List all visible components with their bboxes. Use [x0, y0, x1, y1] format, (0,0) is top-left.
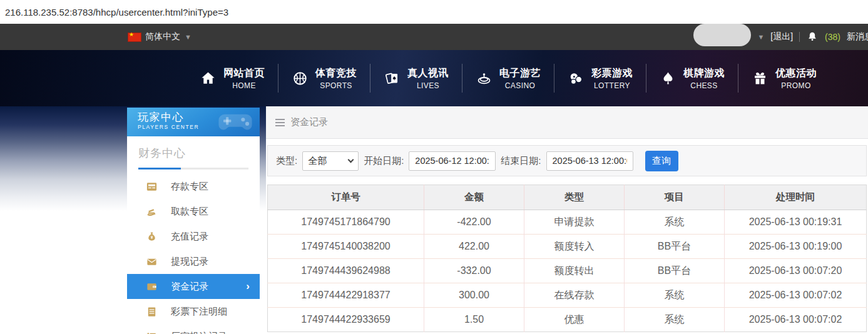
- main-nav: 网站首页HOME 体育竞技SPORTS 真人视讯LIVES 电子游艺CASINO…: [0, 50, 868, 106]
- time-cell: 2025-06-13 00:19:00: [725, 235, 867, 259]
- nav-label-zh: 彩票游戏: [591, 67, 633, 80]
- amount-cell: -422.00: [424, 210, 524, 235]
- nav-label-zh: 电子游艺: [499, 67, 541, 80]
- funds-table: 订单号 金额 类型 项目 处理时间 1749745171864790 -422.…: [267, 185, 867, 332]
- list-icon: [146, 331, 158, 334]
- gift-icon: [752, 70, 768, 87]
- project-cell: 系统: [625, 210, 725, 235]
- nav-label-zh: 棋牌游戏: [683, 67, 725, 80]
- nav-label-en: PROMO: [781, 81, 810, 90]
- bell-icon[interactable]: [806, 31, 819, 43]
- chevron-down-icon: [348, 156, 354, 163]
- deposit-terminal-icon: [146, 181, 158, 193]
- language-selector[interactable]: ★ 简体中文 ▼: [128, 31, 191, 43]
- table-header-row: 订单号 金额 类型 项目 处理时间: [268, 185, 867, 210]
- nav-label-en: SPORTS: [320, 81, 352, 90]
- type-cell: 优惠: [524, 308, 625, 332]
- column-header-amount: 金额: [424, 185, 524, 210]
- main-area: 玩家中心 PLAYERS CENTER 财务中心 存款专区 取款专区 ¥ 充值记…: [0, 106, 868, 334]
- sidebar-item-label: 彩票下注明细: [171, 306, 227, 318]
- type-select[interactable]: 全部: [302, 151, 359, 171]
- finance-center-section: 财务中心: [127, 136, 260, 170]
- time-cell: 2025-06-13 00:19:31: [725, 210, 867, 235]
- nav-item-chess[interactable]: 棋牌游戏CHESS: [646, 67, 738, 90]
- lottery-balls-icon: [568, 70, 585, 87]
- nav-item-home[interactable]: 网站首页HOME: [186, 67, 278, 90]
- table-row: 1749745171864790 -422.00 申请提款 系统 2025-06…: [268, 210, 867, 235]
- svg-text:¥: ¥: [151, 235, 153, 240]
- chevron-right-icon: ›: [246, 280, 250, 293]
- nav-item-sports[interactable]: 体育竞技SPORTS: [278, 67, 370, 90]
- amount-cell: 1.50: [424, 308, 524, 332]
- project-cell: 系统: [625, 283, 725, 308]
- start-date-input[interactable]: [409, 151, 496, 171]
- section-underline: [138, 168, 248, 170]
- type-select-value: 全部: [308, 155, 327, 167]
- sidebar-item-recharge-records[interactable]: ¥ 充值记录: [127, 224, 260, 249]
- column-header-order-id: 订单号: [268, 185, 424, 210]
- divider: [799, 32, 800, 42]
- basketball-icon: [292, 70, 309, 87]
- amount-cell: 422.00: [424, 235, 524, 259]
- sidebar-menu: 存款专区 取款专区 ¥ 充值记录 提现记录 资金记录 › 彩票下注明细: [127, 174, 260, 334]
- username-blurred[interactable]: [693, 24, 751, 46]
- start-date-label: 开始日期:: [364, 155, 404, 167]
- order-id-cell: 1749744439624988: [268, 259, 424, 283]
- sidebar: 玩家中心 PLAYERS CENTER 财务中心 存款专区 取款专区 ¥ 充值记…: [127, 108, 260, 334]
- finance-center-heading: 财务中心: [138, 146, 248, 161]
- top-right-group: ▼ [退出] (38) 新消息: [693, 26, 868, 48]
- search-button[interactable]: 查询: [645, 151, 678, 171]
- sidebar-item-room-bet-records[interactable]: 厅室投注记录: [127, 324, 260, 334]
- nav-label-zh: 网站首页: [223, 67, 265, 80]
- time-cell: 2025-06-13 00:07:02: [725, 283, 867, 308]
- type-cell: 额度转出: [524, 259, 625, 283]
- nav-item-casino[interactable]: 电子游艺CASINO: [462, 67, 554, 90]
- column-header-project: 项目: [625, 185, 725, 210]
- sidebar-item-label: 提现记录: [171, 256, 208, 268]
- withdraw-hand-icon: [146, 206, 158, 218]
- moneybag-icon: ¥: [146, 231, 158, 243]
- filter-bar: 类型: 全部 开始日期: 结束日期: 查询: [267, 145, 867, 176]
- page-title: 资金记录: [290, 116, 328, 128]
- content-area: 资金记录 类型: 全部 开始日期: 结束日期: 查询 订单号 金额 类型 项目: [266, 106, 868, 334]
- roulette-icon: [476, 70, 493, 87]
- sidebar-item-label: 存款专区: [171, 181, 208, 193]
- sidebar-item-label: 资金记录: [171, 281, 208, 293]
- nav-item-promo[interactable]: 优惠活动PROMO: [738, 67, 830, 90]
- type-cell: 在线存款: [524, 283, 625, 308]
- table-row: 1749744439624988 -332.00 额度转出 BB平台 2025-…: [268, 259, 867, 283]
- amount-cell: 300.00: [424, 283, 524, 308]
- logout-button[interactable]: [退出]: [770, 31, 793, 43]
- gamepad-icon: [216, 111, 255, 134]
- nav-item-lives[interactable]: 真人视讯LIVES: [370, 67, 462, 90]
- nav-label-en: LOTTERY: [594, 81, 630, 90]
- project-cell: 系统: [625, 308, 725, 332]
- table-row: 1749745140038200 422.00 额度转入 BB平台 2025-0…: [268, 235, 867, 259]
- nav-item-lottery[interactable]: 彩票游戏LOTTERY: [554, 67, 646, 90]
- order-id-cell: 1749744422918377: [268, 283, 424, 308]
- home-icon: [200, 70, 217, 87]
- project-cell: BB平台: [625, 259, 725, 283]
- nav-label-en: CASINO: [505, 81, 535, 90]
- browser-url-bar[interactable]: 216.118.235.52:8783/hhcp/usercenter.html…: [0, 0, 868, 24]
- caret-down-icon[interactable]: ▼: [757, 33, 764, 41]
- amount-cell: -332.00: [424, 259, 524, 283]
- type-label: 类型:: [276, 155, 297, 167]
- sidebar-header: 玩家中心 PLAYERS CENTER: [127, 108, 260, 136]
- message-count[interactable]: (38): [825, 32, 840, 42]
- sidebar-item-withdrawal-records[interactable]: 提现记录: [127, 249, 260, 274]
- column-header-type: 类型: [524, 185, 625, 210]
- sidebar-item-lottery-bet-details[interactable]: 彩票下注明细: [127, 299, 260, 324]
- end-date-input[interactable]: [546, 151, 633, 171]
- language-label: 简体中文: [145, 31, 180, 43]
- sidebar-item-deposit-zone[interactable]: 存款专区: [127, 174, 260, 199]
- table-row: 1749744422918377 300.00 在线存款 系统 2025-06-…: [268, 283, 867, 308]
- nav-label-zh: 真人视讯: [407, 67, 449, 80]
- sidebar-item-withdraw-zone[interactable]: 取款专区: [127, 199, 260, 224]
- document-icon: [146, 306, 158, 318]
- spade-icon: [660, 70, 677, 87]
- message-label[interactable]: 新消息: [847, 31, 868, 43]
- sidebar-item-funds-records[interactable]: 资金记录 ›: [127, 274, 260, 299]
- nav-label-en: LIVES: [417, 81, 439, 90]
- cards-icon: [384, 70, 401, 87]
